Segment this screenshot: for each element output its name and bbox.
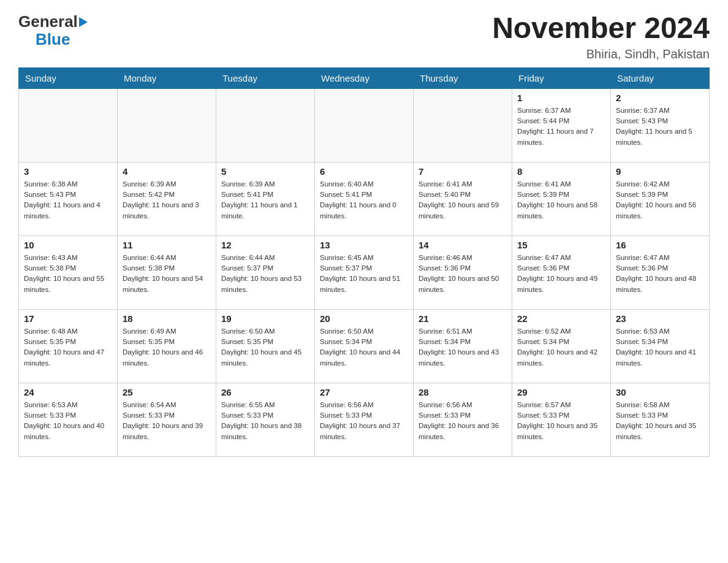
calendar-cell: 4Sunrise: 6:39 AMSunset: 5:42 PMDaylight… bbox=[118, 162, 216, 236]
calendar-cell: 11Sunrise: 6:44 AMSunset: 5:38 PMDayligh… bbox=[118, 236, 216, 309]
day-number: 5 bbox=[221, 166, 309, 177]
calendar-cell: 22Sunrise: 6:52 AMSunset: 5:34 PMDayligh… bbox=[512, 309, 611, 383]
day-number: 10 bbox=[24, 240, 112, 250]
day-number: 1 bbox=[517, 93, 605, 103]
day-info: Sunrise: 6:41 AMSunset: 5:40 PMDaylight:… bbox=[419, 179, 507, 221]
logo-general-text: General bbox=[18, 12, 78, 31]
day-number: 6 bbox=[320, 166, 408, 177]
calendar-cell: 8Sunrise: 6:41 AMSunset: 5:39 PMDaylight… bbox=[512, 162, 611, 236]
logo-arrow-icon bbox=[79, 17, 88, 27]
day-info: Sunrise: 6:44 AMSunset: 5:38 PMDaylight:… bbox=[123, 253, 211, 295]
calendar-week-row: 10Sunrise: 6:43 AMSunset: 5:38 PMDayligh… bbox=[19, 236, 710, 309]
day-info: Sunrise: 6:40 AMSunset: 5:41 PMDaylight:… bbox=[320, 179, 408, 221]
calendar-cell: 16Sunrise: 6:47 AMSunset: 5:36 PMDayligh… bbox=[611, 236, 710, 309]
day-number: 20 bbox=[320, 313, 408, 324]
day-info: Sunrise: 6:51 AMSunset: 5:34 PMDaylight:… bbox=[419, 326, 507, 369]
calendar-cell: 20Sunrise: 6:50 AMSunset: 5:34 PMDayligh… bbox=[315, 309, 414, 383]
day-number: 28 bbox=[419, 387, 507, 397]
day-info: Sunrise: 6:56 AMSunset: 5:33 PMDaylight:… bbox=[320, 400, 408, 442]
day-info: Sunrise: 6:53 AMSunset: 5:33 PMDaylight:… bbox=[24, 400, 112, 442]
day-info: Sunrise: 6:47 AMSunset: 5:36 PMDaylight:… bbox=[616, 253, 704, 295]
day-number: 23 bbox=[616, 313, 704, 324]
day-info: Sunrise: 6:50 AMSunset: 5:34 PMDaylight:… bbox=[320, 326, 408, 369]
calendar-cell: 18Sunrise: 6:49 AMSunset: 5:35 PMDayligh… bbox=[118, 309, 216, 383]
calendar-cell: 24Sunrise: 6:53 AMSunset: 5:33 PMDayligh… bbox=[19, 383, 118, 456]
day-info: Sunrise: 6:57 AMSunset: 5:33 PMDaylight:… bbox=[517, 400, 605, 442]
weekday-header-saturday: Saturday bbox=[611, 67, 710, 88]
weekday-header-tuesday: Tuesday bbox=[216, 67, 315, 88]
calendar-cell: 30Sunrise: 6:58 AMSunset: 5:33 PMDayligh… bbox=[611, 383, 710, 456]
calendar-cell: 3Sunrise: 6:38 AMSunset: 5:43 PMDaylight… bbox=[19, 162, 118, 236]
day-info: Sunrise: 6:46 AMSunset: 5:36 PMDaylight:… bbox=[419, 253, 507, 295]
calendar-cell bbox=[315, 88, 414, 162]
day-number: 16 bbox=[616, 240, 704, 250]
location-subtitle: Bhiria, Sindh, Pakistan bbox=[492, 47, 710, 61]
calendar-week-row: 17Sunrise: 6:48 AMSunset: 5:35 PMDayligh… bbox=[19, 309, 710, 383]
calendar-cell: 28Sunrise: 6:56 AMSunset: 5:33 PMDayligh… bbox=[414, 383, 512, 456]
day-info: Sunrise: 6:50 AMSunset: 5:35 PMDaylight:… bbox=[221, 326, 309, 369]
day-info: Sunrise: 6:58 AMSunset: 5:33 PMDaylight:… bbox=[616, 400, 704, 442]
day-info: Sunrise: 6:45 AMSunset: 5:37 PMDaylight:… bbox=[320, 253, 408, 295]
calendar-cell: 14Sunrise: 6:46 AMSunset: 5:36 PMDayligh… bbox=[414, 236, 512, 309]
day-info: Sunrise: 6:38 AMSunset: 5:43 PMDaylight:… bbox=[24, 179, 112, 221]
day-info: Sunrise: 6:47 AMSunset: 5:36 PMDaylight:… bbox=[517, 253, 605, 295]
day-number: 15 bbox=[517, 240, 605, 250]
calendar-cell: 12Sunrise: 6:44 AMSunset: 5:37 PMDayligh… bbox=[216, 236, 315, 309]
day-number: 18 bbox=[123, 313, 211, 324]
calendar-cell: 10Sunrise: 6:43 AMSunset: 5:38 PMDayligh… bbox=[19, 236, 118, 309]
day-info: Sunrise: 6:39 AMSunset: 5:42 PMDaylight:… bbox=[123, 179, 211, 221]
calendar-cell: 5Sunrise: 6:39 AMSunset: 5:41 PMDaylight… bbox=[216, 162, 315, 236]
logo: General Blue bbox=[18, 12, 88, 49]
day-number: 19 bbox=[221, 313, 309, 324]
day-info: Sunrise: 6:55 AMSunset: 5:33 PMDaylight:… bbox=[221, 400, 309, 442]
day-number: 29 bbox=[517, 387, 605, 397]
weekday-header-wednesday: Wednesday bbox=[315, 67, 414, 88]
calendar-week-row: 3Sunrise: 6:38 AMSunset: 5:43 PMDaylight… bbox=[19, 162, 710, 236]
day-info: Sunrise: 6:54 AMSunset: 5:33 PMDaylight:… bbox=[123, 400, 211, 442]
day-info: Sunrise: 6:56 AMSunset: 5:33 PMDaylight:… bbox=[419, 400, 507, 442]
month-year-title: November 2024 bbox=[492, 12, 710, 45]
calendar-cell: 7Sunrise: 6:41 AMSunset: 5:40 PMDaylight… bbox=[414, 162, 512, 236]
day-number: 26 bbox=[221, 387, 309, 397]
day-number: 2 bbox=[616, 93, 704, 103]
day-number: 13 bbox=[320, 240, 408, 250]
day-info: Sunrise: 6:42 AMSunset: 5:39 PMDaylight:… bbox=[616, 179, 704, 221]
calendar-cell: 1Sunrise: 6:37 AMSunset: 5:44 PMDaylight… bbox=[512, 88, 611, 162]
calendar-week-row: 24Sunrise: 6:53 AMSunset: 5:33 PMDayligh… bbox=[19, 383, 710, 456]
day-info: Sunrise: 6:39 AMSunset: 5:41 PMDaylight:… bbox=[221, 179, 309, 221]
calendar-cell: 9Sunrise: 6:42 AMSunset: 5:39 PMDaylight… bbox=[611, 162, 710, 236]
calendar-cell: 26Sunrise: 6:55 AMSunset: 5:33 PMDayligh… bbox=[216, 383, 315, 456]
day-number: 8 bbox=[517, 166, 605, 177]
calendar-cell: 17Sunrise: 6:48 AMSunset: 5:35 PMDayligh… bbox=[19, 309, 118, 383]
calendar-cell: 27Sunrise: 6:56 AMSunset: 5:33 PMDayligh… bbox=[315, 383, 414, 456]
day-info: Sunrise: 6:49 AMSunset: 5:35 PMDaylight:… bbox=[123, 326, 211, 369]
calendar-cell: 2Sunrise: 6:37 AMSunset: 5:43 PMDaylight… bbox=[611, 88, 710, 162]
day-number: 11 bbox=[123, 240, 211, 250]
calendar-cell: 19Sunrise: 6:50 AMSunset: 5:35 PMDayligh… bbox=[216, 309, 315, 383]
day-info: Sunrise: 6:43 AMSunset: 5:38 PMDaylight:… bbox=[24, 253, 112, 295]
calendar-cell: 21Sunrise: 6:51 AMSunset: 5:34 PMDayligh… bbox=[414, 309, 512, 383]
day-info: Sunrise: 6:53 AMSunset: 5:34 PMDaylight:… bbox=[616, 326, 704, 369]
calendar-cell: 29Sunrise: 6:57 AMSunset: 5:33 PMDayligh… bbox=[512, 383, 611, 456]
calendar-cell bbox=[19, 88, 118, 162]
weekday-header-friday: Friday bbox=[512, 67, 611, 88]
calendar-cell: 23Sunrise: 6:53 AMSunset: 5:34 PMDayligh… bbox=[611, 309, 710, 383]
calendar-table: SundayMondayTuesdayWednesdayThursdayFrid… bbox=[18, 67, 710, 457]
day-info: Sunrise: 6:41 AMSunset: 5:39 PMDaylight:… bbox=[517, 179, 605, 221]
day-number: 21 bbox=[419, 313, 507, 324]
day-number: 12 bbox=[221, 240, 309, 250]
day-number: 22 bbox=[517, 313, 605, 324]
day-number: 3 bbox=[24, 166, 112, 177]
calendar-cell: 13Sunrise: 6:45 AMSunset: 5:37 PMDayligh… bbox=[315, 236, 414, 309]
calendar-cell bbox=[216, 88, 315, 162]
weekday-header-sunday: Sunday bbox=[19, 67, 118, 88]
day-number: 9 bbox=[616, 166, 704, 177]
day-number: 4 bbox=[123, 166, 211, 177]
page-header: General Blue November 2024 Bhiria, Sindh… bbox=[18, 12, 710, 61]
weekday-header-thursday: Thursday bbox=[414, 67, 512, 88]
calendar-header-row: SundayMondayTuesdayWednesdayThursdayFrid… bbox=[19, 67, 710, 88]
calendar-cell: 15Sunrise: 6:47 AMSunset: 5:36 PMDayligh… bbox=[512, 236, 611, 309]
logo-blue-text: Blue bbox=[36, 30, 70, 49]
day-info: Sunrise: 6:48 AMSunset: 5:35 PMDaylight:… bbox=[24, 326, 112, 369]
calendar-cell bbox=[414, 88, 512, 162]
